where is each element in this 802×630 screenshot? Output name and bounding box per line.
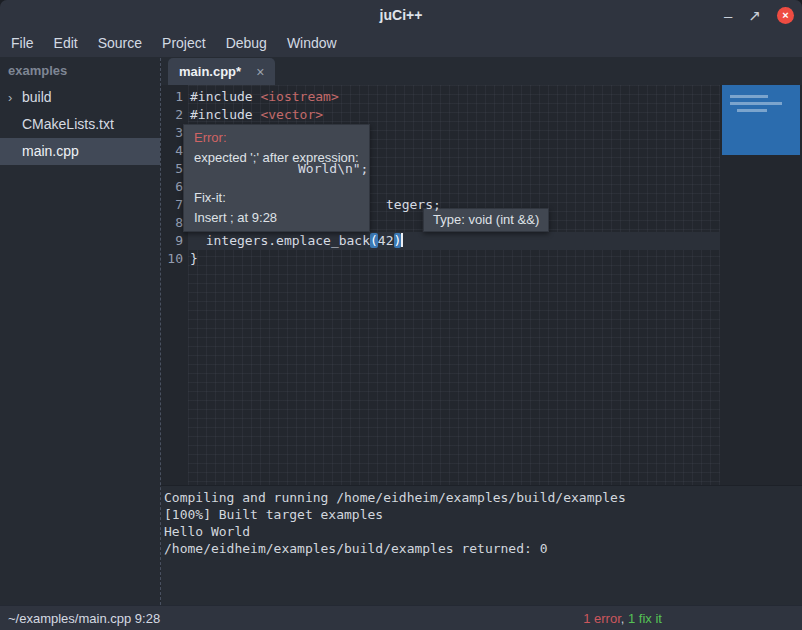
text-cursor <box>401 233 403 247</box>
maximize-button[interactable]: ↗ <box>748 8 761 23</box>
minimize-button[interactable]: – <box>724 8 732 23</box>
line-number: 3 <box>160 124 183 142</box>
project-header: examples <box>0 58 160 84</box>
file-tree: examples › build CMakeLists.txt main.cpp <box>0 58 160 605</box>
tree-item-main-cpp[interactable]: main.cpp <box>0 138 160 165</box>
line-number: 2 <box>160 106 183 124</box>
code-fragment-line7: tegers; <box>386 196 441 214</box>
line-number: 5 <box>160 160 183 178</box>
type-tooltip-text: Type: void (int &&) <box>433 212 539 227</box>
matched-open-paren: ( <box>370 233 378 248</box>
code-token: integers.emplace_back <box>190 233 370 248</box>
error-tooltip-title: Error: <box>194 128 359 148</box>
line-number: 8 <box>160 214 183 232</box>
tree-item-build[interactable]: › build <box>0 84 160 111</box>
tree-item-label: build <box>22 89 52 105</box>
tabbar: main.cpp* × <box>161 58 802 85</box>
code-line-current: 9 integers.emplace_back(42) <box>160 232 802 250</box>
line-number: 1 <box>160 88 183 106</box>
chevron-right-icon[interactable]: › <box>8 84 12 111</box>
include-header: <vector> <box>260 107 323 122</box>
tree-item-label: main.cpp <box>22 143 79 159</box>
code-token: 42 <box>378 233 394 248</box>
line-number: 9 <box>160 232 183 250</box>
terminal-line: Hello World <box>164 523 802 540</box>
code-token: #include <box>190 89 260 104</box>
minimap[interactable] <box>722 85 800 155</box>
fixit-label: Fix-it: <box>194 188 359 208</box>
tab-label: main.cpp* <box>179 64 241 79</box>
diagnostics-summary: 1 error, 1 fix it <box>583 611 662 626</box>
code-fragment-line5: World\n"; <box>298 160 368 178</box>
close-button[interactable]: × <box>777 7 794 24</box>
diagnostics-separator: , <box>621 611 628 626</box>
code-token: #include <box>190 107 260 122</box>
line-number: 10 <box>160 250 183 268</box>
fixit-count: 1 fix it <box>628 611 662 626</box>
menu-item-project[interactable]: Project <box>152 30 216 57</box>
tab-close-icon[interactable]: × <box>256 65 264 79</box>
menu-item-file[interactable]: File <box>1 30 44 57</box>
fixit-text: Insert ; at 9:28 <box>194 208 359 228</box>
menu-item-window[interactable]: Window <box>277 30 347 57</box>
code-line: 1 #include <iostream> <box>160 88 802 106</box>
code-line: 10 } <box>160 250 802 268</box>
terminal-line: Compiling and running /home/eidheim/exam… <box>164 489 802 506</box>
menu-item-debug[interactable]: Debug <box>216 30 277 57</box>
code-token: } <box>190 251 198 266</box>
line-number: 7 <box>160 196 183 214</box>
code-line: 2 #include <vector> <box>160 106 802 124</box>
terminal-output[interactable]: Compiling and running /home/eidheim/exam… <box>161 485 802 605</box>
window-title: juCi++ <box>0 0 802 30</box>
minimap-line <box>730 95 768 98</box>
minimap-line <box>737 109 767 112</box>
line-number: 6 <box>160 178 183 196</box>
close-icon: × <box>782 10 788 21</box>
error-tooltip: Error: expected ';' after expression: Fi… <box>183 124 370 232</box>
minimap-line <box>730 102 782 105</box>
matched-close-paren: ) <box>394 233 402 248</box>
terminal-line: [100%] Built target examples <box>164 506 802 523</box>
menubar: File Edit Source Project Debug Window <box>0 30 802 58</box>
include-header: <iostream> <box>260 89 338 104</box>
cursor-location: ~/examples/main.cpp 9:28 <box>8 611 160 626</box>
titlebar[interactable]: juCi++ – ↗ × <box>0 0 802 30</box>
type-tooltip: Type: void (int &&) <box>423 208 549 232</box>
tree-item-label: CMakeLists.txt <box>22 116 114 132</box>
error-count: 1 error <box>583 611 621 626</box>
menu-item-edit[interactable]: Edit <box>44 30 88 57</box>
line-number: 4 <box>160 142 183 160</box>
statusbar: ~/examples/main.cpp 9:28 1 error, 1 fix … <box>0 605 802 630</box>
terminal-line: /home/eidheim/examples/build/examples re… <box>164 540 802 557</box>
menu-item-source[interactable]: Source <box>88 30 152 57</box>
tab-main-cpp[interactable]: main.cpp* × <box>168 58 275 85</box>
tree-item-cmakelists[interactable]: CMakeLists.txt <box>0 111 160 138</box>
juci-window: juCi++ – ↗ × File Edit Source Project De… <box>0 0 802 630</box>
sidebar-resize-handle[interactable] <box>160 58 161 605</box>
window-controls: – ↗ × <box>724 0 794 30</box>
